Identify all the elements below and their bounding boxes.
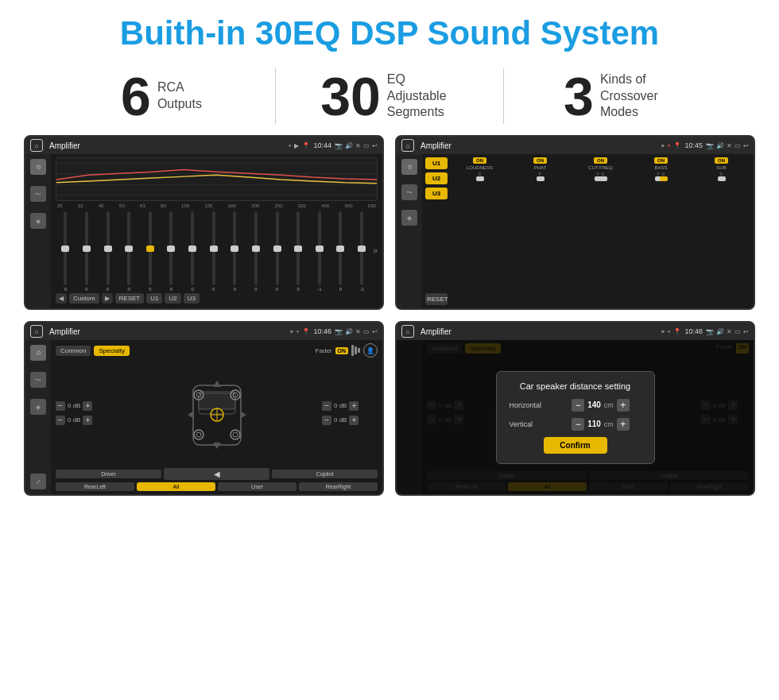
- eq-track-13[interactable]: [339, 211, 342, 285]
- screen2-status-icons: 📷 🔊 ✕ ▭ ↩: [706, 142, 749, 149]
- eq-track-11[interactable]: [296, 211, 300, 285]
- back-icon[interactable]: ↩: [372, 142, 378, 149]
- fader-wave-icon[interactable]: 〜: [30, 372, 46, 388]
- eq-track-7[interactable]: [212, 211, 215, 285]
- screen3-home-icon[interactable]: ⌂: [30, 325, 43, 338]
- fader-copilot-btn[interactable]: Copilot: [272, 470, 378, 478]
- screen4-home-icon[interactable]: ⌂: [401, 325, 414, 338]
- bass-thumb-g[interactable]: [660, 176, 668, 181]
- amp-reset-btn[interactable]: RESET: [425, 293, 448, 305]
- ch-lt-plus[interactable]: +: [83, 401, 92, 411]
- eq-thumb-2[interactable]: [104, 246, 112, 252]
- fader-common-tab[interactable]: Common: [56, 346, 91, 356]
- eq-track-3[interactable]: [127, 211, 130, 285]
- home-icon[interactable]: ⌂: [30, 139, 43, 152]
- eq-thumb-12[interactable]: [316, 246, 324, 252]
- dialog-vertical-plus[interactable]: +: [617, 418, 630, 431]
- eq-filter-icon[interactable]: ⚙: [30, 159, 46, 175]
- svg-point-8: [196, 432, 201, 437]
- dialog-vertical-minus[interactable]: −: [572, 418, 584, 431]
- eq-thumb-0[interactable]: [61, 246, 69, 252]
- sub-sliders: G: [720, 172, 723, 176]
- s3-back-icon[interactable]: ↩: [372, 328, 378, 335]
- amp-u1-btn[interactable]: U1: [425, 157, 448, 169]
- fader-user-btn[interactable]: User: [218, 482, 296, 491]
- eq-u1-btn[interactable]: U1: [146, 293, 162, 304]
- screen4-time: 10:46: [684, 327, 703, 335]
- fader-profile-icon[interactable]: 👤: [363, 343, 378, 358]
- ch-rt-minus[interactable]: −: [322, 401, 331, 411]
- dialog-confirm-button[interactable]: Confirm: [544, 437, 607, 454]
- eq-speaker-icon[interactable]: ◈: [30, 213, 46, 229]
- fader-driver-btn[interactable]: Driver: [56, 470, 161, 478]
- eq-slider-3: 0: [119, 210, 139, 292]
- eq-thumb-7[interactable]: [210, 246, 218, 252]
- eq-custom-btn[interactable]: Custom: [69, 293, 99, 304]
- eq-prev-btn[interactable]: ◀: [56, 293, 67, 304]
- s2-back-icon[interactable]: ↩: [743, 142, 749, 149]
- fader-center-btn[interactable]: ◀: [164, 468, 269, 480]
- eq-reset-btn[interactable]: RESET: [115, 293, 145, 304]
- eq-thumb-8[interactable]: [231, 246, 238, 252]
- eq-slider-1: 0: [77, 210, 97, 292]
- dialog-horizontal-minus[interactable]: −: [572, 399, 584, 412]
- ch-rb-plus[interactable]: +: [349, 416, 358, 425]
- eq-more-icon[interactable]: »: [373, 210, 378, 292]
- phat-thumb-f[interactable]: [537, 176, 545, 181]
- s4-back-icon[interactable]: ↩: [743, 328, 749, 335]
- amp-sub-col: ON SUB G: [692, 157, 750, 305]
- fader-rearright-btn[interactable]: RearRight: [299, 482, 378, 491]
- cutfreq-on-badge: ON: [594, 157, 607, 164]
- amp-u3-btn[interactable]: U3: [425, 188, 448, 199]
- eq-thumb-6[interactable]: [188, 246, 196, 252]
- dialog-horizontal-plus[interactable]: +: [617, 399, 630, 412]
- fader-filter-icon[interactable]: ⚙: [30, 345, 46, 361]
- screen4-status-icons: 📷 🔊 ✕ ▭ ↩: [706, 328, 749, 335]
- fader-speaker-icon[interactable]: ◈: [30, 399, 46, 415]
- eq-track-14[interactable]: [360, 211, 363, 285]
- ch-rb-minus[interactable]: −: [322, 416, 331, 425]
- amp-wave-icon[interactable]: 〜: [401, 184, 417, 200]
- eq-thumb-4[interactable]: [146, 246, 154, 252]
- eq-track-10[interactable]: [276, 211, 279, 285]
- eq-thumb-10[interactable]: [273, 246, 281, 252]
- eq-track-0[interactable]: [64, 211, 67, 285]
- eq-track-6[interactable]: [191, 211, 194, 285]
- fader-expand-icon[interactable]: ⤢: [30, 474, 46, 489]
- eq-thumb-5[interactable]: [167, 246, 175, 252]
- eq-thumb-9[interactable]: [252, 246, 260, 252]
- ch-lb-plus[interactable]: +: [83, 416, 92, 425]
- sub-thumb-g[interactable]: [718, 176, 726, 181]
- eq-track-4[interactable]: [149, 211, 152, 285]
- ch-lb-minus[interactable]: −: [56, 416, 65, 425]
- eq-thumb-1[interactable]: [83, 246, 91, 252]
- eq-track-9[interactable]: [254, 211, 258, 285]
- loudness-thumb-g[interactable]: [476, 176, 484, 181]
- svg-marker-16: [188, 411, 194, 419]
- eq-thumb-13[interactable]: [336, 246, 344, 252]
- amp-speaker-icon[interactable]: ◈: [401, 210, 417, 226]
- ch-rt-plus[interactable]: +: [349, 401, 358, 411]
- eq-wave-icon[interactable]: 〜: [30, 186, 46, 202]
- fader-all-btn[interactable]: All: [137, 482, 215, 491]
- eq-play-btn[interactable]: ▶: [102, 293, 113, 304]
- eq-thumb-11[interactable]: [294, 246, 302, 252]
- eq-track-8[interactable]: [233, 211, 236, 285]
- screen4-dot1: ■: [661, 329, 665, 334]
- eq-track-5[interactable]: [169, 211, 172, 285]
- eq-u3-btn[interactable]: U3: [184, 293, 200, 304]
- eq-track-2[interactable]: [107, 211, 110, 285]
- amp-u2-btn[interactable]: U2: [425, 172, 448, 184]
- cutfreq-thumb-g[interactable]: [599, 176, 607, 181]
- eq-bottom-bar: ◀ Custom ▶ RESET U1 U2 U3: [56, 292, 378, 305]
- amp-filter-icon[interactable]: ⚙: [401, 159, 417, 175]
- eq-thumb-3[interactable]: [125, 246, 133, 252]
- eq-track-12[interactable]: [318, 211, 321, 285]
- eq-thumb-14[interactable]: [358, 246, 366, 252]
- eq-track-1[interactable]: [85, 211, 88, 285]
- ch-lt-minus[interactable]: −: [56, 401, 65, 411]
- eq-u2-btn[interactable]: U2: [165, 293, 180, 304]
- fader-specialty-tab[interactable]: Specialty: [94, 346, 129, 356]
- fader-rearleft-btn[interactable]: RearLeft: [56, 482, 134, 491]
- screen2-home-icon[interactable]: ⌂: [401, 139, 414, 152]
